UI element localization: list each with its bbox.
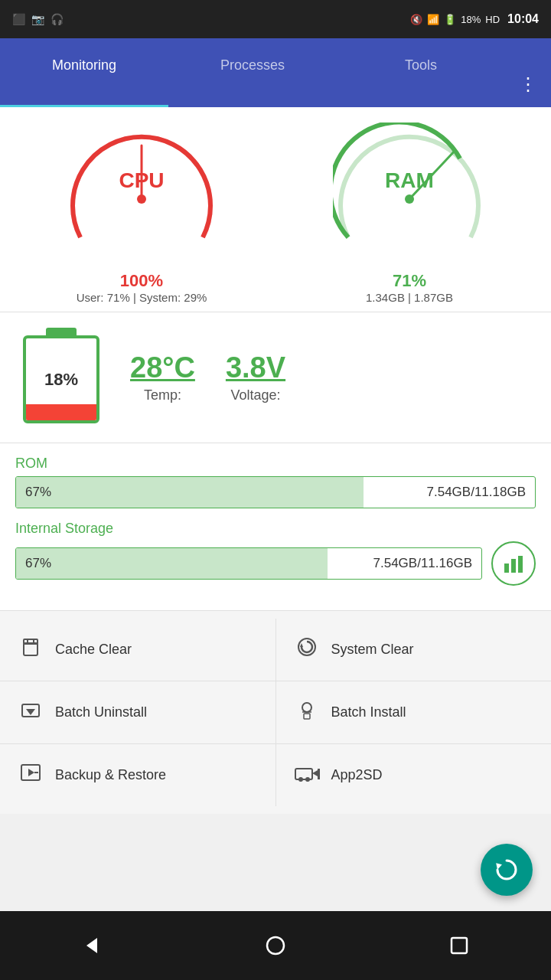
svg-point-17 [302, 703, 311, 712]
chart-button[interactable] [491, 541, 536, 586]
app2sd-button[interactable]: App2SD [276, 744, 552, 806]
internal-storage-item: Internal Storage 67% 7.54GB/11.16GB [15, 521, 536, 586]
main-content: CPU 100% User: 71% | System: 29% RAM 71%… [0, 107, 551, 814]
battery-voltage: 3.8V Voltage: [226, 351, 285, 403]
bottom-nav [0, 911, 551, 980]
rom-details: 7.54GB/11.18GB [427, 485, 526, 500]
cpu-value: 100% [120, 271, 163, 291]
battery-temp-label: Temp: [144, 387, 181, 403]
status-bar-right: 🔇 📶 🔋 18% HD 10:04 [410, 12, 539, 26]
top-nav: Monitoring Processes Tools ⋮ [0, 38, 551, 107]
svg-point-27 [305, 777, 310, 782]
notification-icon: ⬛ [12, 13, 25, 25]
svg-marker-16 [26, 709, 35, 715]
ram-value: 71% [393, 271, 426, 291]
svg-rect-18 [304, 714, 310, 719]
cache-clear-button[interactable]: Cache Clear [0, 619, 276, 681]
svg-point-1 [137, 194, 146, 204]
ram-gauge-container: RAM 71% 1.34GB | 1.87GB [276, 122, 543, 304]
batch-install-label: Batch Install [331, 704, 406, 720]
battery-voltage-value: 3.8V [226, 351, 285, 384]
action-grid: Cache Clear System Clear [0, 610, 551, 814]
hd-icon: HD [485, 14, 500, 25]
rom-label: ROM [15, 456, 536, 472]
svg-rect-6 [504, 564, 509, 573]
action-row-1: Cache Clear System Clear [0, 619, 551, 681]
backup-restore-label: Backup & Restore [55, 767, 166, 783]
ram-gauge-svg: RAM [333, 122, 486, 268]
batch-install-icon [295, 698, 319, 727]
internal-bar: 67% 7.54GB/11.16GB [15, 547, 482, 580]
svg-point-30 [267, 937, 284, 954]
nav-tabs: Monitoring Processes Tools [0, 38, 505, 107]
internal-storage-row: 67% 7.54GB/11.16GB [15, 541, 536, 586]
svg-text:CPU: CPU [119, 168, 164, 192]
tab-processes[interactable]: Processes [168, 38, 337, 107]
system-clear-button[interactable]: System Clear [276, 619, 552, 681]
batch-uninstall-icon [18, 698, 43, 727]
action-row-3: Backup & Restore App2SD [0, 744, 551, 806]
svg-rect-31 [452, 938, 467, 953]
tab-monitoring[interactable]: Monitoring [0, 38, 168, 107]
system-clear-icon [295, 635, 319, 664]
svg-rect-8 [518, 556, 523, 573]
mute-icon: 🔇 [410, 14, 422, 25]
rom-bar: 67% 7.54GB/11.18GB [15, 476, 536, 508]
svg-rect-7 [511, 559, 516, 573]
more-menu-button[interactable]: ⋮ [505, 74, 551, 107]
svg-rect-9 [24, 643, 37, 655]
svg-marker-24 [312, 770, 318, 776]
svg-point-26 [298, 777, 303, 782]
refresh-fab[interactable] [481, 844, 533, 896]
backup-restore-icon [18, 761, 43, 789]
battery-fill [26, 404, 96, 420]
battery-stats: 28°C Temp: 3.8V Voltage: [130, 351, 285, 403]
tab-tools[interactable]: Tools [337, 38, 505, 107]
battery-percent-text: 18% [44, 370, 78, 390]
ram-sublabel: 1.34GB | 1.87GB [366, 291, 453, 304]
wifi-icon: 📶 [427, 14, 439, 25]
refresh-icon [494, 858, 519, 882]
svg-rect-25 [318, 769, 320, 779]
camera-icon: 📷 [31, 13, 44, 25]
app2sd-icon [295, 763, 319, 788]
more-icon: ⋮ [519, 74, 537, 95]
home-button[interactable] [253, 923, 298, 969]
battery-temp-value: 28°C [130, 351, 195, 384]
recents-icon [448, 934, 471, 957]
rom-percent: 67% [25, 485, 51, 500]
time-display: 10:04 [507, 12, 539, 26]
internal-label: Internal Storage [15, 521, 536, 537]
back-button[interactable] [69, 923, 115, 969]
batch-uninstall-label: Batch Uninstall [55, 704, 147, 720]
storage-section: ROM 67% 7.54GB/11.18GB Internal Storage … [0, 443, 551, 610]
status-bar-left: ⬛ 📷 🎧 [12, 13, 64, 25]
battery-section: 18% 28°C Temp: 3.8V Voltage: [0, 312, 551, 443]
back-icon [80, 934, 103, 957]
rom-storage-item: ROM 67% 7.54GB/11.18GB [15, 456, 536, 508]
cpu-gauge-container: CPU 100% User: 71% | System: 29% [8, 122, 276, 304]
internal-bar-text: 67% 7.54GB/11.16GB [16, 548, 481, 579]
battery-widget: 18% [23, 328, 99, 427]
battery-temp: 28°C Temp: [130, 351, 195, 403]
gauges-section: CPU 100% User: 71% | System: 29% RAM 71%… [0, 107, 551, 312]
batch-uninstall-button[interactable]: Batch Uninstall [0, 681, 276, 743]
app2sd-label: App2SD [331, 767, 383, 783]
recents-button[interactable] [436, 923, 482, 969]
svg-text:RAM: RAM [385, 168, 434, 192]
cache-clear-label: Cache Clear [55, 642, 132, 658]
svg-marker-21 [28, 769, 34, 776]
internal-details: 7.54GB/11.16GB [373, 556, 472, 571]
battery-voltage-label: Voltage: [230, 387, 280, 403]
home-icon [264, 934, 287, 957]
backup-restore-button[interactable]: Backup & Restore [0, 744, 276, 806]
svg-rect-23 [295, 769, 312, 779]
cpu-gauge-svg: CPU [65, 122, 218, 268]
battery-tip [46, 328, 77, 335]
cache-clear-icon [18, 635, 43, 664]
batch-install-button[interactable]: Batch Install [276, 681, 552, 743]
internal-percent: 67% [25, 556, 51, 571]
battery-percent: 18% [461, 14, 481, 25]
action-row-2: Batch Uninstall Batch Install [0, 681, 551, 744]
svg-marker-29 [86, 938, 97, 953]
